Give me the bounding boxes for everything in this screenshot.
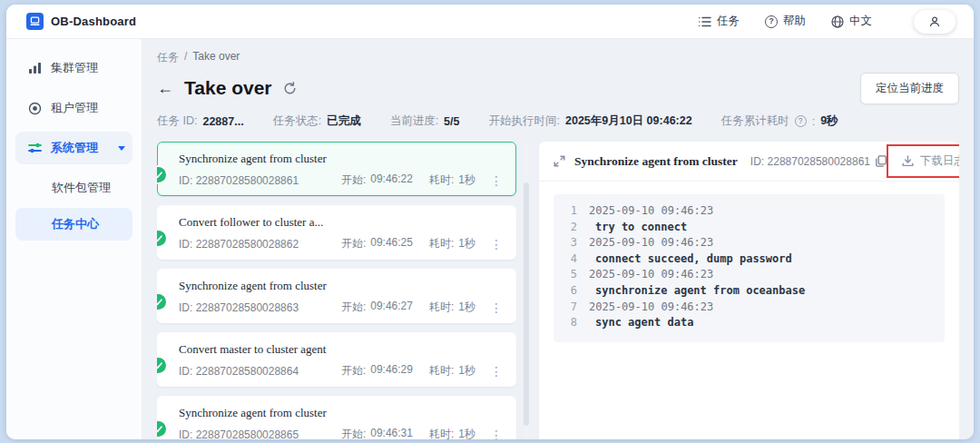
subtask-detail-row: ID: 22887028580028861 开始: 09:46:22 耗时: 1… (179, 172, 505, 188)
nav-language[interactable]: 中文 (831, 14, 872, 29)
sidebar-item-packages[interactable]: 软件包管理 (15, 172, 132, 204)
subtask-title: Synchronize agent from cluster (179, 152, 505, 166)
sidebar-item-task-center[interactable]: 任务中心 (15, 208, 132, 241)
scrollbar-thumb[interactable] (524, 182, 529, 426)
sidebar-item-tenant[interactable]: 租户管理 (15, 92, 132, 124)
nav-tasks-label: 任务 (717, 14, 740, 29)
subtask-start: 开始: 09:46:27 (341, 300, 413, 315)
subtask-duration-label: 耗时: (429, 172, 454, 188)
help-circle-icon[interactable]: ? (795, 115, 807, 127)
log-line-text: sync agent data (589, 315, 693, 331)
nav-tasks[interactable]: 任务 (699, 14, 740, 29)
subtask-duration: 耗时: 1秒 (429, 427, 475, 439)
subtask-title: Convert follower to cluster a... (179, 215, 505, 230)
breadcrumb-tasks[interactable]: 任务 (157, 50, 179, 65)
kebab-menu-icon[interactable]: ⋮ (490, 428, 503, 440)
subtask-card[interactable]: Synchronize agent from cluster ID: 22887… (157, 269, 516, 323)
log-line-number: 7 (563, 300, 577, 316)
subtask-start-label: 开始: (341, 363, 366, 379)
log-line-text: synchronize agent from oceanbase (589, 283, 805, 300)
nav-language-label: 中文 (849, 14, 872, 29)
log-line-text: try to connect (589, 220, 687, 236)
top-nav: 任务 ? 帮助 中文 (699, 10, 956, 34)
log-line: 8 sync agent data (563, 315, 937, 331)
success-check-icon (157, 231, 166, 246)
subtask-start-value: 09:46:25 (370, 236, 413, 251)
kebab-menu-icon[interactable]: ⋮ (490, 365, 503, 378)
sidebar-item-label: 集群管理 (51, 60, 98, 76)
log-line: 5 2025-09-10 09:46:23 (563, 267, 937, 283)
log-line-number: 8 (563, 315, 577, 331)
subtask-list: Synchronize agent from cluster ID: 22887… (157, 142, 516, 439)
subtask-start-value: 09:46:31 (370, 427, 413, 439)
subtask-id: ID: 22887028580028864 (179, 365, 325, 378)
refresh-icon[interactable] (283, 82, 297, 95)
log-line: 6 synchronize agent from oceanbase (563, 283, 937, 300)
kebab-menu-icon[interactable]: ⋮ (490, 301, 503, 314)
subtask-detail-row: ID: 22887028580028863 开始: 09:46:27 耗时: 1… (179, 300, 505, 315)
sidebar-item-system[interactable]: 系统管理 (15, 132, 132, 164)
subtask-duration-value: 1秒 (458, 363, 475, 379)
log-line-number: 1 (563, 203, 577, 220)
meta-label: 任务累计耗时 (721, 113, 789, 129)
log-line-number: 2 (563, 220, 577, 236)
copy-icon[interactable] (876, 155, 887, 167)
subtask-card[interactable]: Synchronize agent from cluster ID: 22887… (157, 396, 516, 439)
log-line: 4 connect succeed, dump password (563, 251, 937, 268)
log-line: 7 2025-09-10 09:46:23 (563, 300, 937, 316)
subtask-duration-value: 1秒 (458, 300, 475, 315)
log-line-text: connect succeed, dump password (589, 251, 792, 268)
meta-start-time: 开始执行时间: 2025年9月10日 09:46:22 (489, 113, 692, 129)
avatar[interactable] (914, 10, 956, 34)
meta-value: 22887... (202, 115, 243, 128)
subtask-card[interactable]: Convert follower to cluster a... ID: 228… (157, 205, 516, 260)
meta-label: 开始执行时间: (489, 113, 560, 129)
kebab-menu-icon[interactable]: ⋮ (490, 174, 503, 187)
sidebar-item-label: 租户管理 (51, 100, 98, 116)
subtask-id: ID: 22887028580028861 (179, 174, 325, 187)
subtask-duration-label: 耗时: (429, 363, 454, 379)
brand: OB-Dashboard (26, 13, 136, 30)
log-line: 2 try to connect (563, 220, 937, 236)
download-log-button[interactable]: 下载日志 (902, 153, 959, 169)
task-list-icon (699, 16, 711, 27)
subtask-title: Synchronize agent from cluster (179, 406, 505, 420)
sidebar: 集群管理 租户管理 系统管理 软件包管理 任务中心 (6, 39, 142, 439)
status-badge: 已完成 (327, 113, 361, 129)
nav-help[interactable]: ? 帮助 (765, 14, 806, 29)
meta-duration: 任务累计耗时 ? : 9秒 (721, 113, 838, 129)
subtask-duration-label: 耗时: (429, 300, 454, 315)
log-line-number: 3 (563, 235, 577, 251)
back-arrow-icon[interactable]: ← (157, 80, 173, 96)
subtask-start-value: 09:46:29 (370, 363, 413, 379)
subtask-duration: 耗时: 1秒 (429, 363, 475, 379)
subtask-start-label: 开始: (341, 300, 366, 315)
globe-icon (831, 15, 844, 28)
sidebar-item-label: 软件包管理 (52, 180, 111, 196)
log-line-number: 4 (563, 251, 577, 268)
sliders-icon (28, 142, 42, 154)
breadcrumb-current: Take over (192, 50, 240, 65)
title-row: ← Take over 定位当前进度 (157, 74, 959, 103)
subtask-duration: 耗时: 1秒 (429, 300, 475, 315)
kebab-menu-icon[interactable]: ⋮ (490, 238, 503, 251)
meta-value: 2025年9月10日 09:46:22 (565, 113, 692, 129)
success-check-icon (157, 421, 166, 437)
page-title: Take over (184, 77, 272, 99)
subtask-card[interactable]: Convert master to cluster agent ID: 2288… (157, 332, 516, 387)
log-content[interactable]: 1 2025-09-10 09:46:23 2 try to connect 3… (554, 194, 945, 342)
subtask-start: 开始: 09:46:25 (341, 236, 413, 251)
expand-icon[interactable] (554, 155, 565, 167)
sidebar-item-cluster[interactable]: 集群管理 (15, 52, 132, 84)
success-check-icon (157, 294, 166, 310)
meta-label: : (812, 115, 815, 128)
sidebar-item-label: 任务中心 (52, 216, 99, 232)
subtask-id: ID: 22887028580028862 (179, 238, 325, 251)
top-bar: OB-Dashboard 任务 ? 帮助 中文 (6, 5, 974, 39)
download-log-label: 下载日志 (920, 153, 959, 169)
locate-progress-button[interactable]: 定位当前进度 (860, 73, 959, 104)
scrollbar[interactable] (524, 142, 529, 439)
subtask-start: 开始: 09:46:22 (341, 172, 413, 188)
subtask-card[interactable]: Synchronize agent from cluster ID: 22887… (157, 142, 516, 196)
subtask-start: 开始: 09:46:29 (341, 363, 413, 379)
